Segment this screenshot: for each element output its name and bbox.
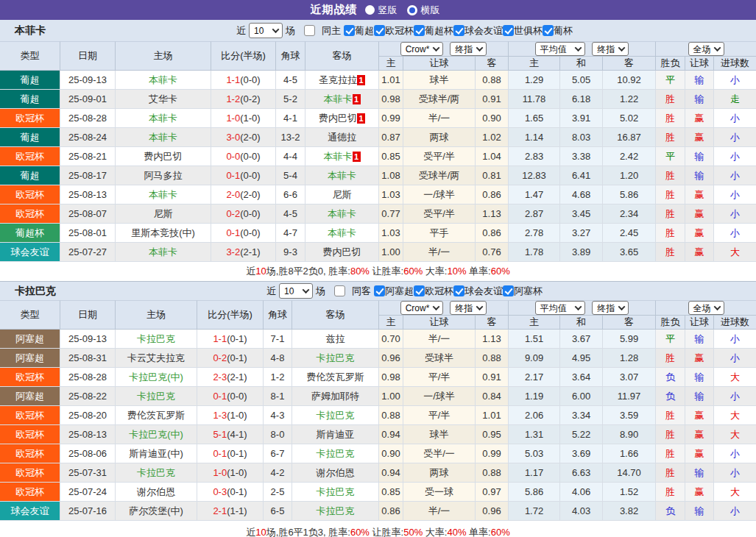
same-side-checkbox[interactable] — [304, 25, 315, 36]
league-badge: 葡超 — [0, 128, 60, 147]
col-header-home-odds: 主 — [379, 57, 403, 71]
match-date: 25-07-24 — [60, 483, 116, 502]
goals-result: 大 — [714, 483, 756, 502]
odds-kind-select[interactable]: 终指 — [450, 42, 487, 56]
league-badge: 葡超杯 — [0, 224, 60, 243]
col-header-avg-away: 客 — [603, 57, 656, 71]
away-handicap-odds: 0.84 — [476, 387, 509, 406]
handicap-line: 半/一 — [403, 109, 476, 128]
avg-draw-odds: 4.03 — [560, 502, 603, 521]
league-badge: 葡超 — [0, 90, 60, 109]
league-checkbox-label: 葡超 — [355, 24, 374, 38]
away-handicap-odds: 0.88 — [476, 463, 509, 483]
avg-home-odds: 2.78 — [509, 224, 560, 243]
away-team: 本菲卡1 — [305, 147, 379, 166]
wdl-result: 胜 — [656, 128, 685, 147]
league-badge: 欧冠杯 — [0, 185, 60, 205]
avg-home-odds: 5.86 — [509, 483, 560, 502]
wdl-result: 胜 — [656, 406, 685, 425]
vertical-layout-radio[interactable] — [365, 5, 375, 15]
away-handicap-odds: 1.13 — [476, 205, 509, 224]
league-checkbox[interactable] — [503, 285, 514, 296]
odds-source-select[interactable]: Crow* — [400, 301, 443, 315]
col-header-away: 客场 — [292, 300, 379, 330]
recent-count-select[interactable]: 10 — [249, 23, 283, 38]
goals-result: 小 — [714, 147, 756, 166]
line-result: 赢 — [685, 444, 714, 463]
match-date: 25-08-13 — [60, 425, 116, 444]
avg-kind-select[interactable]: 终指 — [592, 42, 629, 56]
avg-source-select[interactable]: 平均值 — [535, 301, 585, 315]
home-team: 本菲卡 — [116, 243, 211, 262]
away-team: 谢尔伯恩 — [292, 463, 379, 483]
same-side-label: 同主 — [322, 24, 341, 38]
scope-select[interactable]: 全场 — [688, 42, 724, 56]
avg-home-odds: 2.87 — [509, 205, 560, 224]
col-header-date: 日期 — [60, 41, 116, 71]
avg-home-odds: 12.83 — [509, 166, 560, 185]
league-checkbox[interactable] — [453, 285, 464, 296]
away-team: 尼斯 — [305, 185, 379, 205]
goals-result: 小 — [714, 224, 756, 243]
line-result: 输 — [685, 368, 714, 387]
avg-away-odds: 5.99 — [603, 330, 656, 349]
match-score: 2-1(1-1) — [197, 502, 264, 521]
league-checkbox[interactable] — [543, 25, 554, 36]
league-checkbox[interactable] — [344, 25, 355, 36]
col-header-away-odds: 客 — [476, 57, 509, 71]
league-checkbox[interactable] — [374, 25, 385, 36]
match-score: 0-1(0-1) — [197, 444, 264, 463]
league-badge: 欧冠杯 — [0, 483, 60, 502]
line-result: 赢 — [685, 109, 714, 128]
goals-result: 走 — [714, 90, 756, 109]
league-badge: 葡超 — [0, 71, 60, 90]
col-header-avg-draw: 和 — [560, 57, 603, 71]
away-team: 卡拉巴克 — [292, 444, 379, 463]
home-team: 艾华卡 — [116, 90, 211, 109]
chevron-down-icon — [713, 303, 721, 310]
home-handicap-odds: 1.03 — [379, 185, 403, 205]
goals-result: 小 — [714, 463, 756, 483]
scope-select[interactable]: 全场 — [688, 301, 724, 315]
match-date: 25-08-06 — [60, 444, 116, 463]
match-date: 25-08-13 — [60, 185, 116, 205]
avg-home-odds: 2.06 — [509, 406, 560, 425]
league-badge: 阿塞超 — [0, 349, 60, 368]
recent-count-select[interactable]: 10 — [279, 283, 313, 299]
avg-draw-odds: 5.05 — [560, 71, 603, 90]
league-checkbox[interactable] — [414, 285, 425, 296]
odds-source-select[interactable]: Crow* — [400, 42, 443, 56]
goals-result: 小 — [714, 387, 756, 406]
home-team: 费内巴切 — [116, 147, 211, 166]
league-checkbox[interactable] — [374, 285, 385, 296]
avg-draw-odds: 3.91 — [560, 109, 603, 128]
home-handicap-odds: 0.90 — [379, 444, 403, 463]
league-checkbox[interactable] — [503, 25, 514, 36]
same-side-checkbox[interactable] — [334, 285, 345, 296]
avg-home-odds: 11.78 — [509, 90, 560, 109]
league-checkbox[interactable] — [453, 25, 464, 36]
wdl-result: 平 — [656, 147, 685, 166]
match-date: 25-08-21 — [60, 147, 116, 166]
match-score: 2-0(2-0) — [211, 185, 276, 205]
match-row: 阿塞超25-08-22卡拉巴克0-1(0-0)8-1萨姆加耶特1.00一/球半0… — [0, 387, 756, 406]
line-result: 赢 — [685, 425, 714, 444]
home-handicap-odds: 0.85 — [379, 147, 403, 166]
team-name: 本菲卡 — [15, 24, 46, 38]
odds-kind-select[interactable]: 终指 — [450, 301, 487, 315]
match-row: 阿塞超25-09-13卡拉巴克1-1(0-1)7-1兹拉0.70半/一1.131… — [0, 330, 756, 349]
league-checkbox-label: 阿塞杯 — [514, 285, 543, 298]
match-score: 0-0(0-0) — [211, 147, 276, 166]
avg-draw-odds: 4.06 — [560, 483, 603, 502]
away-team: 兹拉 — [292, 330, 379, 349]
avg-home-odds: 2.17 — [509, 368, 560, 387]
avg-away-odds: 3.65 — [603, 243, 656, 262]
league-checkbox[interactable] — [414, 25, 425, 36]
avg-kind-select[interactable]: 终指 — [592, 301, 629, 315]
avg-source-select[interactable]: 平均值 — [535, 42, 585, 56]
line-result: 输 — [685, 502, 714, 521]
horizontal-layout-radio[interactable] — [407, 5, 417, 15]
corner-score: 4-8 — [264, 349, 292, 368]
avg-home-odds: 1.19 — [509, 387, 560, 406]
away-team: 卡拉巴克 — [292, 349, 379, 368]
